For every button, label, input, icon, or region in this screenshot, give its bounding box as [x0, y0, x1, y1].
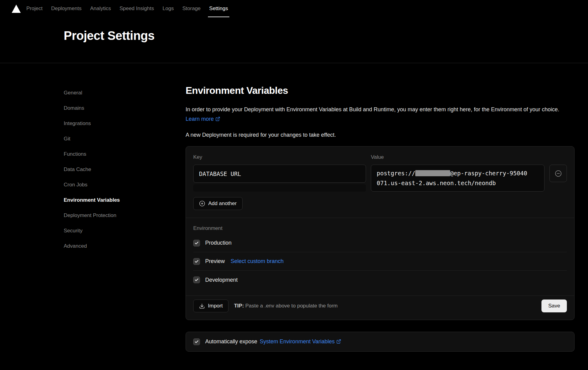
import-label: Import — [208, 303, 223, 309]
content-area: General Domains Integrations Git Functio… — [0, 63, 588, 352]
section-description: In order to provide your Deployment with… — [186, 105, 575, 124]
remove-variable-button[interactable] — [549, 165, 567, 182]
external-link-icon — [336, 339, 341, 344]
preview-label: Preview — [205, 258, 225, 265]
checkmark-icon — [194, 259, 199, 264]
settings-sidebar: General Domains Integrations Git Functio… — [64, 85, 186, 352]
sidebar-item-cron-jobs[interactable]: Cron Jobs — [64, 177, 186, 193]
auto-expose-checkbox[interactable] — [193, 338, 200, 345]
value-line1-suffix: @ep-raspy-cherry-95040 — [450, 170, 527, 177]
nav-item-logs[interactable]: Logs — [158, 0, 178, 17]
key-value-row: Key Value postgres://@ep-raspy-cherry-95… — [193, 154, 567, 192]
page-title: Project Settings — [64, 28, 588, 43]
environment-label: Environment — [193, 225, 567, 231]
value-textarea[interactable]: postgres://@ep-raspy-cherry-95040 071.us… — [371, 165, 545, 192]
production-label: Production — [205, 240, 232, 246]
system-env-variables-link[interactable]: System Environment Variables — [260, 338, 341, 345]
redeploy-note: A new Deployment is required for your ch… — [186, 132, 575, 138]
key-column: Key — [193, 154, 366, 192]
sidebar-item-git[interactable]: Git — [64, 131, 186, 147]
sidebar-item-security[interactable]: Security — [64, 223, 186, 238]
value-column: Value postgres://@ep-raspy-cherry-95040 … — [371, 154, 545, 192]
learn-more-link[interactable]: Learn more — [186, 116, 220, 122]
download-icon — [199, 303, 205, 309]
sidebar-item-functions[interactable]: Functions — [64, 147, 186, 162]
tip-label: TIP: — [234, 303, 244, 309]
value-label: Value — [371, 154, 545, 160]
sidebar-item-deployment-protection[interactable]: Deployment Protection — [64, 208, 186, 223]
card-divider — [186, 218, 574, 218]
key-label: Key — [193, 154, 366, 160]
sidebar-item-data-cache[interactable]: Data Cache — [64, 162, 186, 177]
vercel-logo-icon[interactable] — [12, 0, 21, 17]
import-tip: TIP: Paste a .env above to populate the … — [234, 303, 337, 309]
key-input-secondary-row — [193, 184, 366, 192]
intro-text: In order to provide your Deployment with… — [186, 106, 559, 113]
development-checkbox[interactable] — [193, 277, 200, 283]
nav-item-deployments[interactable]: Deployments — [47, 0, 86, 17]
external-link-icon — [215, 116, 220, 121]
nav-item-speed-insights[interactable]: Speed Insights — [115, 0, 158, 17]
nav-item-storage[interactable]: Storage — [178, 0, 205, 17]
checkmark-icon — [194, 340, 199, 344]
key-input[interactable] — [193, 165, 366, 183]
plus-circle-icon — [199, 200, 205, 207]
sidebar-item-environment-variables[interactable]: Environment Variables — [64, 193, 186, 208]
top-nav: Project Deployments Analytics Speed Insi… — [0, 0, 588, 17]
import-button[interactable]: Import — [193, 299, 228, 312]
nav-item-project[interactable]: Project — [22, 0, 47, 17]
tip-text: Paste a .env above to populate the form — [245, 303, 337, 309]
env-row-development[interactable]: Development — [193, 271, 567, 289]
main-panel: Environment Variables In order to provid… — [186, 85, 575, 352]
sidebar-item-integrations[interactable]: Integrations — [64, 116, 186, 131]
env-row-preview[interactable]: Preview Select custom branch — [193, 252, 567, 271]
page-header: Project Settings — [0, 17, 588, 63]
sidebar-item-advanced[interactable]: Advanced — [64, 238, 186, 254]
add-another-button[interactable]: Add another — [193, 197, 243, 210]
nav-item-analytics[interactable]: Analytics — [86, 0, 115, 17]
redacted-value-overlay — [415, 170, 450, 176]
env-row-production[interactable]: Production — [193, 234, 567, 252]
auto-expose-text: Automatically expose — [205, 338, 257, 345]
production-checkbox[interactable] — [193, 240, 200, 246]
checkmark-icon — [194, 241, 199, 245]
preview-checkbox[interactable] — [193, 258, 200, 265]
sidebar-item-domains[interactable]: Domains — [64, 101, 186, 116]
value-line2: 071.us-east-2.aws.neon.tech/neondb — [377, 178, 539, 188]
env-variables-card: Key Value postgres://@ep-raspy-cherry-95… — [186, 146, 575, 320]
nav-item-settings[interactable]: Settings — [205, 0, 232, 17]
minus-circle-icon — [555, 170, 562, 177]
value-prefix: postgres:// — [377, 170, 415, 177]
select-custom-branch-link[interactable]: Select custom branch — [231, 258, 284, 265]
card-footer: Import TIP: Paste a .env above to popula… — [186, 296, 574, 312]
add-another-label: Add another — [208, 200, 237, 207]
save-button[interactable]: Save — [541, 299, 567, 312]
sidebar-item-general[interactable]: General — [64, 85, 186, 101]
development-label: Development — [205, 277, 238, 283]
section-title: Environment Variables — [186, 85, 575, 96]
checkmark-icon — [194, 278, 199, 282]
auto-expose-card: Automatically expose System Environment … — [186, 332, 575, 352]
